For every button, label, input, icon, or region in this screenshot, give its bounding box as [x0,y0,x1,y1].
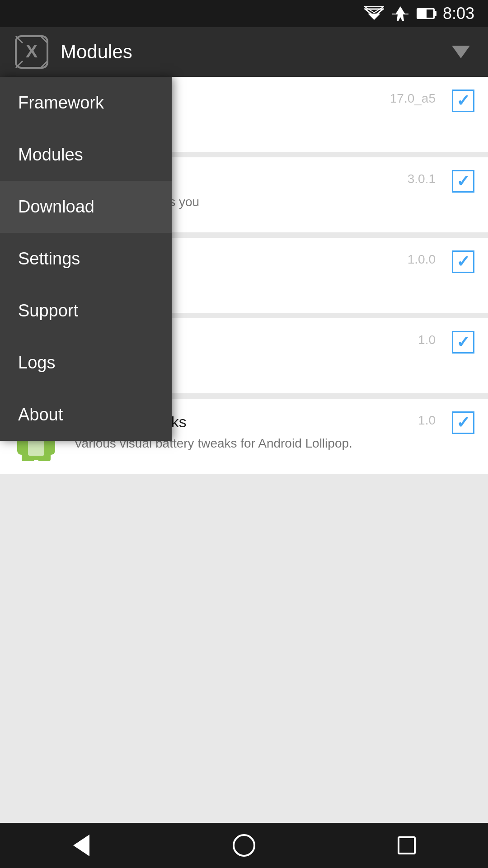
module-version: 3.0.1 [408,170,436,186]
module-right: 1.0 ✓ [418,331,474,354]
module-right: 17.0_a5 ✓ [390,90,474,112]
status-icons: 8:03 [364,4,474,23]
check-icon: ✓ [456,252,470,271]
dropdown-menu: Framework Modules Download Settings Supp… [0,77,172,441]
menu-item-logs[interactable]: Logs [0,337,172,389]
menu-item-settings[interactable]: Settings [0,233,172,285]
app-logo: X [14,34,50,70]
back-icon [73,835,89,856]
check-icon: ✓ [456,91,470,110]
battery-icon [417,8,435,19]
module-right: 1.0.0 ✓ [408,250,474,273]
module-version: 1.0 [418,331,436,347]
check-icon: ✓ [456,413,470,432]
menu-item-framework[interactable]: Framework [0,77,172,129]
module-checkbox[interactable]: ✓ [452,331,474,354]
check-icon: ✓ [456,172,470,191]
menu-item-modules[interactable]: Modules [0,129,172,181]
svg-text:X: X [26,41,38,61]
menu-item-download[interactable]: Download [0,181,172,233]
module-checkbox[interactable]: ✓ [452,411,474,434]
recent-button[interactable] [389,827,425,863]
menu-item-about[interactable]: About [0,389,172,441]
home-icon [233,834,255,857]
airplane-icon [392,5,408,22]
svg-rect-36 [38,455,51,461]
app-bar: X Modules [0,27,488,77]
module-checkbox[interactable]: ✓ [452,250,474,273]
svg-rect-35 [22,455,34,461]
nav-bar [0,823,488,868]
home-button[interactable] [226,827,262,863]
check-icon: ✓ [456,333,470,352]
menu-item-support[interactable]: Support [0,285,172,337]
status-bar: 8:03 [0,0,488,27]
module-version: 1.0 [418,411,436,428]
back-button[interactable] [63,827,99,863]
dropdown-arrow-icon [452,46,470,58]
status-time: 8:03 [443,4,474,23]
wifi-icon [364,6,384,21]
svg-rect-37 [28,439,44,456]
module-right: 3.0.1 ✓ [408,170,474,193]
module-version: 17.0_a5 [390,90,436,106]
recent-icon [398,836,416,854]
module-version: 1.0.0 [408,250,436,267]
module-checkbox[interactable]: ✓ [452,170,474,193]
module-checkbox[interactable]: ✓ [452,90,474,112]
module-right: 1.0 ✓ [418,411,474,434]
app-bar-title: Modules [61,41,441,63]
